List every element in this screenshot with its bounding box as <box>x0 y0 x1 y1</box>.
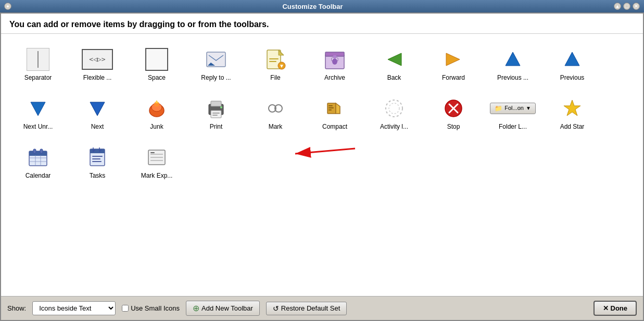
svg-marker-23 <box>155 100 158 103</box>
flexible-space-label: Flexible ... <box>83 74 112 81</box>
archive-label: Archive <box>324 74 345 81</box>
show-select[interactable]: Icons beside Text Icons only Text only I… <box>32 301 116 315</box>
next-unr-icon <box>27 96 49 121</box>
flexible-space-icon: <◁▷> <box>82 47 113 72</box>
tasks-label: Tasks <box>90 172 106 179</box>
svg-marker-14 <box>388 53 401 66</box>
title-bar: ● Customize Toolbar ▲ □ ✕ <box>0 0 644 13</box>
reply-to-icon <box>205 47 228 72</box>
toolbar-item-previous-top[interactable]: Previous ... <box>484 38 541 85</box>
space-icon <box>145 47 168 72</box>
toolbar-item-mark[interactable]: Mark <box>247 87 304 134</box>
title-bar-controls-right: ▲ □ ✕ <box>614 3 640 10</box>
small-icons-checkbox[interactable] <box>122 305 129 312</box>
toolbar-item-folder-l[interactable]: 📁 Fol...on ▼ Folder L... <box>484 87 541 134</box>
window-body: You can add or remove items by dragging … <box>0 13 644 321</box>
archive-icon <box>323 47 346 72</box>
svg-point-37 <box>386 100 402 117</box>
close-button-right[interactable]: ✕ <box>633 3 640 10</box>
folder-l-icon: 📁 Fol...on ▼ <box>490 96 536 121</box>
forward-label: Forward <box>442 74 465 81</box>
mark-icon <box>264 96 287 121</box>
previous-top-label: Previous ... <box>497 74 528 81</box>
svg-rect-27 <box>212 113 220 114</box>
toolbar-items-area: Separator <◁▷> Flexible ... <box>1 34 643 187</box>
toolbar-item-stop[interactable]: Stop <box>425 87 482 134</box>
toolbar-item-mark-exp[interactable]: Mark Exp... <box>128 136 185 183</box>
toolbar-item-add-star[interactable]: Add Star <box>544 87 601 134</box>
back-icon <box>383 47 406 72</box>
file-label: File <box>270 74 280 81</box>
print-label: Print <box>210 123 223 130</box>
items-area-wrapper: Separator <◁▷> Flexible ... <box>1 34 643 296</box>
junk-label: Junk <box>150 123 163 130</box>
svg-rect-6 <box>269 61 276 62</box>
restore-icon: ↺ <box>273 304 279 313</box>
toolbar-item-print[interactable]: Print <box>187 87 245 134</box>
previous-top-icon <box>501 47 524 72</box>
svg-point-38 <box>389 103 399 114</box>
add-toolbar-label: Add New Toolbar <box>201 304 253 312</box>
toolbar-item-archive[interactable]: Archive <box>306 38 363 85</box>
forward-icon <box>442 47 465 72</box>
compact-icon <box>323 96 346 121</box>
add-toolbar-icon: ⊕ <box>193 303 199 313</box>
bottom-bar: Show: Icons beside Text Icons only Text … <box>1 296 643 320</box>
toolbar-item-tasks[interactable]: Tasks <box>69 136 126 183</box>
toolbar-item-flexible-space[interactable]: <◁▷> Flexible ... <box>69 38 126 85</box>
toolbar-item-next-unr[interactable]: Next Unr... <box>9 87 67 134</box>
toolbar-item-forward[interactable]: Forward <box>425 38 482 85</box>
toolbar-item-activity[interactable]: Activity l... <box>365 87 423 134</box>
restore-default-button[interactable]: ↺ Restore Default Set <box>266 302 347 315</box>
small-icons-label: Use Small Icons <box>131 304 180 312</box>
file-icon: ▼ <box>264 47 287 72</box>
separator-icon <box>27 47 49 72</box>
add-toolbar-button[interactable]: ⊕ Add New Toolbar <box>186 301 260 316</box>
toolbar-item-next[interactable]: Next <box>69 87 126 134</box>
toolbar-item-compact[interactable]: Compact <box>306 87 363 134</box>
small-icons-container: Use Small Icons <box>122 304 180 312</box>
svg-rect-57 <box>92 161 102 162</box>
toolbar-item-junk[interactable]: Junk <box>128 87 185 134</box>
svg-rect-28 <box>212 115 218 116</box>
svg-rect-45 <box>29 154 47 156</box>
toolbar-item-separator[interactable]: Separator <box>9 38 67 85</box>
next-label: Next <box>91 123 104 130</box>
svg-rect-26 <box>211 110 221 118</box>
mark-exp-label: Mark Exp... <box>141 172 173 179</box>
next-unr-label: Next Unr... <box>23 123 53 130</box>
activity-label: Activity l... <box>380 123 408 130</box>
toolbar-item-reply-to[interactable]: Reply to ... <box>187 38 245 85</box>
svg-rect-13 <box>333 55 336 58</box>
svg-rect-54 <box>90 152 105 153</box>
space-label: Space <box>148 74 166 81</box>
reply-to-label: Reply to ... <box>201 74 231 81</box>
minimize-button[interactable]: ▲ <box>614 3 621 10</box>
compact-label: Compact <box>322 123 347 130</box>
done-button[interactable]: ✕ Done <box>594 301 637 316</box>
mark-exp-icon <box>145 145 168 170</box>
svg-marker-17 <box>565 52 579 66</box>
toolbar-item-previous[interactable]: Previous <box>544 38 601 85</box>
calendar-icon <box>27 145 49 170</box>
svg-rect-50 <box>33 149 36 153</box>
toolbar-item-back[interactable]: Back <box>365 38 423 85</box>
svg-rect-51 <box>40 149 43 153</box>
svg-rect-34 <box>329 105 333 106</box>
activity-icon <box>383 96 406 121</box>
header-text: You can add or remove items by dragging … <box>1 14 643 34</box>
svg-rect-25 <box>211 101 221 106</box>
svg-marker-18 <box>31 102 45 116</box>
toolbar-item-calendar[interactable]: Calendar <box>9 136 67 183</box>
done-icon: ✕ <box>603 304 609 312</box>
svg-rect-55 <box>92 156 103 157</box>
window-title: Customize Toolbar <box>282 3 343 10</box>
toolbar-item-space[interactable]: Space <box>128 38 185 85</box>
maximize-button[interactable]: □ <box>623 3 630 10</box>
separator-label: Separator <box>24 74 52 81</box>
close-button[interactable]: ● <box>4 3 11 10</box>
toolbar-item-file[interactable]: ▼ File <box>247 38 304 85</box>
title-bar-controls-left: ● <box>4 3 11 10</box>
svg-point-12 <box>332 58 337 65</box>
stop-label: Stop <box>447 123 460 130</box>
